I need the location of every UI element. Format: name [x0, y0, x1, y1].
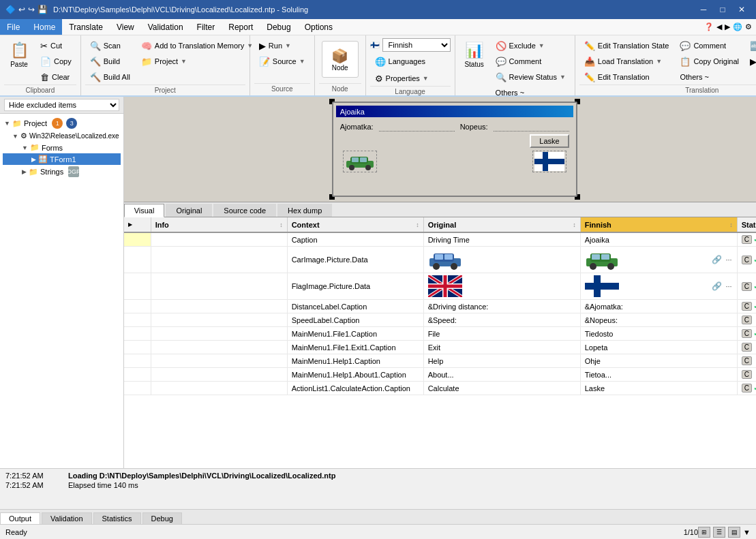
language-select[interactable]: Finnish — [382, 38, 451, 52]
minimize-button[interactable]: ─ — [695, 3, 712, 16]
project-icon: 📁 — [141, 57, 152, 67]
translation-others-button[interactable]: Others ~ — [675, 70, 744, 84]
scan-button[interactable]: 🔍 Scan — [85, 38, 135, 53]
detail-view-icon[interactable]: ▤ — [728, 527, 740, 538]
help-icon[interactable]: ❓ — [704, 22, 714, 31]
bottom-tab-statistics[interactable]: Statistics — [93, 512, 141, 524]
row6-original: File — [424, 327, 581, 340]
table-row[interactable]: ActionList1.CalculateAction.Caption Calc… — [124, 382, 756, 395]
menu-options[interactable]: Options — [298, 19, 339, 35]
tab-original[interactable]: Original — [166, 204, 212, 217]
menu-debug[interactable]: Debug — [260, 19, 297, 35]
undo-icon[interactable]: ↩ — [18, 5, 25, 14]
edit-translation-button[interactable]: ✏️ Edit Translation — [579, 70, 674, 84]
menu-filter[interactable]: Filter — [190, 19, 222, 35]
table-row[interactable]: DistanceLabel.Caption &Driving distance:… — [124, 300, 756, 313]
table-row[interactable]: Caption Driving Time Ajoaika C ✓ — [124, 233, 756, 247]
table-row[interactable]: MainMenu1.Help1.Caption Help Ohje C — [124, 354, 756, 368]
list-view-icon[interactable]: ☰ — [713, 527, 725, 538]
forms-expand-icon[interactable]: ▼ — [22, 144, 28, 151]
col-info-header[interactable]: ▸ — [124, 217, 151, 232]
table-row[interactable]: MainMenu1.Help1.About1.Caption About... … — [124, 368, 756, 382]
laske-button[interactable]: Laske — [530, 134, 569, 148]
tform1-expand-icon[interactable]: ▶ — [31, 156, 36, 163]
redo-icon[interactable]: ↪ — [28, 5, 35, 14]
node-button[interactable]: 📦 Node — [322, 41, 359, 78]
menu-validation[interactable]: Validation — [141, 19, 190, 35]
col-finnish-header[interactable]: Finnish ↕ — [581, 217, 738, 232]
tree-tform1-item[interactable]: ▶ 🪟 TForm1 — [3, 153, 121, 165]
save-icon[interactable]: 💾 — [37, 5, 48, 14]
zoom-arrow-icon[interactable]: ▼ — [743, 528, 751, 536]
tree-project-item[interactable]: ▼ 📁 Project 1 3 — [3, 117, 121, 130]
grid-view-icon[interactable]: ⊞ — [698, 527, 710, 538]
tab-hex-dump[interactable]: Hex dump — [277, 204, 332, 217]
comment-row-button[interactable]: 💬 Comment — [491, 54, 571, 69]
copy-button[interactable]: 📄 Copy — [35, 54, 76, 69]
flag-fi-icon: 🇫🇮 — [370, 41, 380, 50]
strings-expand-icon[interactable]: ▶ — [22, 168, 27, 175]
source-button[interactable]: 📝 Source ▼ — [254, 54, 310, 69]
row2-info — [124, 247, 151, 273]
table-row[interactable]: FlagImage.Picture.Data — [124, 273, 756, 300]
project-dropdown-button[interactable]: 📁 Project ▼ — [136, 54, 245, 69]
hide-excluded-select[interactable]: Hide excluded items — [4, 99, 119, 111]
languages-button[interactable]: 🌐 Languages — [370, 54, 430, 69]
globe-icon[interactable]: 🌐 — [733, 22, 742, 31]
tree-forms-item[interactable]: ▼ 📁 Forms — [3, 142, 121, 153]
bottom-tab-validation[interactable]: Validation — [42, 512, 92, 524]
load-translation-button[interactable]: 📥 Load Translation ▼ — [579, 54, 674, 69]
status-large-button[interactable]: 📊 Status — [459, 38, 489, 72]
table-row[interactable]: MainMenu1.File1.Caption File Tiedosto C … — [124, 327, 756, 341]
tree-strings-item[interactable]: ▶ 📁 Strings DGP — [3, 165, 121, 179]
exclude-button[interactable]: 🚫 Exclude ▼ — [491, 38, 571, 53]
menu-translate[interactable]: Translate — [62, 19, 110, 35]
tab-source-code[interactable]: Source code — [213, 204, 276, 217]
run-button[interactable]: ▶ Run ▼ — [254, 38, 310, 53]
settings-icon[interactable]: ⚙ — [745, 22, 752, 31]
project-expand-icon[interactable]: ▼ — [4, 120, 10, 127]
tab-visual[interactable]: Visual — [124, 204, 165, 217]
ribbon-clipboard-content: 📋 Paste ✂ Cut 📄 Copy 🗑 Clear — [4, 38, 76, 84]
translation-comment-button[interactable]: 💬 Comment — [675, 38, 744, 53]
menu-file[interactable]: File — [0, 19, 27, 35]
exe-expand-icon[interactable]: ▼ — [12, 133, 18, 140]
dots-button[interactable]: ··· — [724, 256, 734, 264]
menu-report[interactable]: Report — [222, 19, 260, 35]
build-button[interactable]: 🔨 Build — [85, 54, 135, 69]
edit-translation-state-button[interactable]: ✏️ Edit Translation State — [579, 38, 674, 53]
cut-button[interactable]: ✂ Cut — [35, 38, 76, 53]
col-state-header[interactable]: State ↕ — [738, 217, 756, 232]
clipboard-label: Clipboard — [4, 84, 76, 94]
bottom-tab-debug[interactable]: Debug — [142, 512, 182, 524]
nav-forward-icon[interactable]: ▶ — [725, 22, 730, 31]
menu-view[interactable]: View — [110, 19, 141, 35]
row3-finnish: 🔗 ··· — [581, 273, 738, 299]
bottom-tab-output[interactable]: Output — [0, 512, 40, 524]
menu-home[interactable]: Home — [27, 19, 62, 35]
col-context-header2[interactable]: Context ↕ — [288, 217, 424, 232]
table-row[interactable]: MainMenu1.File1.Exit1.Caption Exit Lopet… — [124, 341, 756, 354]
close-button[interactable]: ✕ — [733, 3, 751, 16]
source-arrow-icon: ▼ — [299, 58, 305, 65]
paste-button[interactable]: 📋 Paste — [4, 38, 34, 72]
clear-button[interactable]: 🗑 Clear — [35, 70, 76, 84]
nav-back-icon[interactable]: ◀ — [716, 22, 722, 31]
tree-exe-item[interactable]: ▼ ⚙ Win32\Release\Localized.exe — [3, 130, 121, 142]
col-context-header[interactable]: Info ↕ — [151, 217, 288, 232]
row3-info — [124, 273, 151, 299]
table-row[interactable]: CarImage.Picture.Data — [124, 247, 756, 273]
table-row[interactable]: SpeedLabel.Caption &Speed: &Nopeus: C — [124, 313, 756, 327]
maximize-button[interactable]: □ — [714, 3, 731, 16]
review-status-button[interactable]: 🔍 Review Status ▼ — [491, 70, 571, 84]
copy-icon: 📄 — [40, 57, 51, 67]
play-media-button[interactable]: ▶ Play Media — [745, 54, 756, 69]
properties-button[interactable]: ⚙ Properties ▼ — [370, 71, 434, 86]
copy-original-button[interactable]: 📋 Copy Original — [675, 54, 744, 69]
row3-context-empty — [151, 273, 288, 299]
add-translation-memory-button[interactable]: 🧠 Add to Translation Memory ▼ — [136, 38, 245, 53]
translation-state-button[interactable]: 🔤 Translation State — [745, 38, 756, 53]
build-all-button[interactable]: 🔨 Build All — [85, 70, 135, 84]
dots-button2[interactable]: ··· — [724, 282, 734, 290]
col-original-header[interactable]: Original ↕ — [424, 217, 581, 232]
